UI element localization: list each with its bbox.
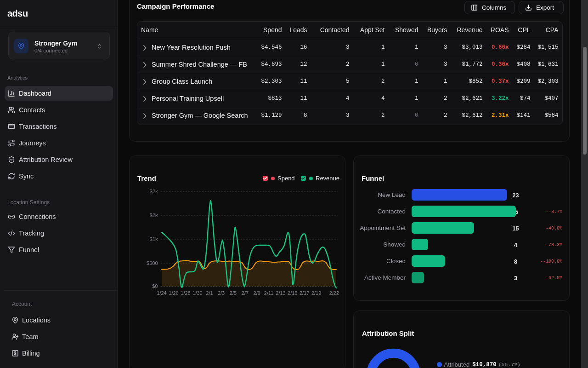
svg-text:2/1: 2/1 (206, 290, 213, 296)
svg-text:2/5: 2/5 (230, 290, 237, 296)
svg-text:1/26: 1/26 (169, 290, 178, 296)
svg-text:2/3: 2/3 (218, 290, 225, 296)
svg-text:2/9: 2/9 (254, 290, 260, 296)
svg-text:1/28: 1/28 (181, 290, 190, 296)
svg-text:2/7: 2/7 (242, 290, 249, 296)
svg-text:$2k: $2k (150, 213, 158, 218)
svg-text:1/30: 1/30 (192, 290, 202, 296)
svg-text:2/22: 2/22 (329, 290, 339, 296)
svg-text:2/15: 2/15 (288, 290, 297, 296)
svg-text:2/17: 2/17 (300, 290, 309, 296)
svg-text:$0: $0 (152, 283, 158, 289)
svg-text:1/24: 1/24 (157, 290, 166, 296)
svg-text:2/11: 2/11 (264, 290, 274, 296)
svg-text:$1k: $1k (150, 236, 158, 242)
svg-text:$500: $500 (147, 260, 158, 266)
svg-text:2/13: 2/13 (276, 290, 285, 296)
svg-text:$2k: $2k (150, 189, 158, 194)
svg-text:2/19: 2/19 (311, 290, 321, 296)
